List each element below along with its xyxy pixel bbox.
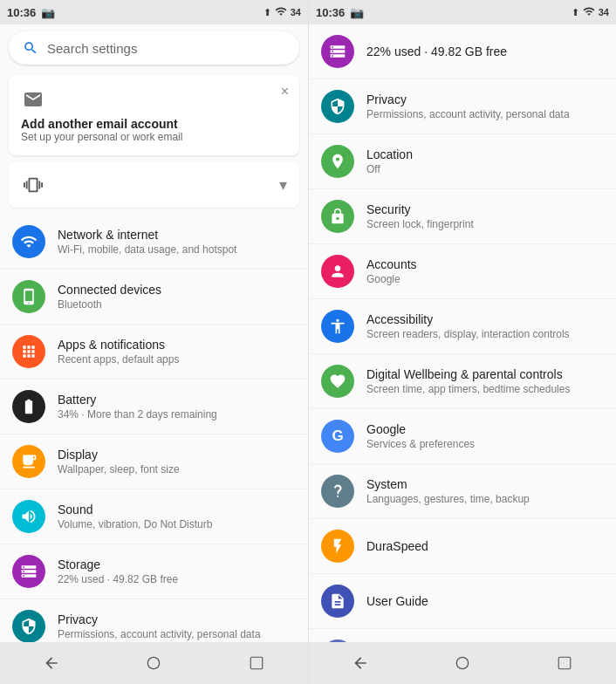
- display-sub: Wallpaper, sleep, font size: [58, 463, 180, 477]
- right-back-button[interactable]: [343, 646, 378, 681]
- apps-title: Apps & notifications: [58, 337, 179, 352]
- right-settings-list: 22% used · 49.82 GB free Privacy Permiss…: [309, 24, 616, 642]
- connected-sub: Bluetooth: [58, 298, 161, 312]
- right-accessibility-title: Accessibility: [366, 311, 570, 327]
- left-home-button[interactable]: [136, 646, 171, 681]
- gmail-icon: [21, 87, 45, 112]
- email-card-close-button[interactable]: ×: [281, 84, 289, 99]
- right-setting-userguide[interactable]: User Guide: [309, 574, 616, 629]
- right-status-bar: 10:36 📷 ⬆ 34: [309, 0, 616, 24]
- right-system-title: System: [366, 476, 530, 492]
- left-bottom-nav: [0, 642, 308, 684]
- setting-item-privacy[interactable]: Privacy Permissions, account activity, p…: [0, 599, 308, 642]
- left-back-button[interactable]: [34, 646, 69, 681]
- sound-icon-circle: [12, 500, 45, 533]
- display-title: Display: [58, 447, 180, 462]
- left-recents-button[interactable]: [239, 646, 274, 681]
- privacy-title: Privacy: [58, 612, 261, 627]
- right-wellbeing-texts: Digital Wellbeing & parental controls Sc…: [366, 366, 570, 397]
- apps-texts: Apps & notifications Recent apps, defaul…: [58, 337, 179, 367]
- left-status-camera-icon: 📷: [41, 6, 55, 19]
- setting-item-storage[interactable]: Storage 22% used · 49.82 GB free: [0, 544, 308, 599]
- setting-item-network[interactable]: Network & internet Wi-Fi, mobile, data u…: [0, 215, 308, 270]
- right-location-texts: Location Off: [366, 147, 413, 177]
- right-accounts-title: Accounts: [366, 256, 417, 272]
- right-setting-wellbeing[interactable]: Digital Wellbeing & parental controls Sc…: [309, 354, 616, 409]
- right-accessibility-texts: Accessibility Screen readers, display, i…: [366, 311, 570, 342]
- connected-title: Connected devices: [58, 282, 161, 298]
- sound-sub: Volume, vibration, Do Not Disturb: [58, 518, 212, 532]
- email-card-subtitle: Set up your personal or work email: [21, 131, 287, 143]
- storage-texts: Storage 22% used · 49.82 GB free: [58, 557, 178, 587]
- right-home-button[interactable]: [445, 646, 480, 681]
- right-setting-storage-top[interactable]: 22% used · 49.82 GB free: [309, 24, 616, 79]
- left-time: 10:36: [7, 6, 36, 19]
- display-texts: Display Wallpaper, sleep, font size: [58, 447, 180, 477]
- search-bar-container: Search settings: [0, 24, 308, 72]
- right-google-title: Google: [366, 421, 475, 437]
- right-status-icons: ⬆ 34: [572, 5, 609, 19]
- right-setting-system[interactable]: System Languages, gestures, time, backup: [309, 464, 616, 519]
- storage-sub: 22% used · 49.82 GB free: [58, 573, 178, 587]
- right-battery-icon: 34: [599, 7, 609, 17]
- right-setting-google[interactable]: G Google Services & preferences: [309, 409, 616, 464]
- right-accounts-texts: Accounts Google: [366, 256, 417, 287]
- right-location-title: Location: [366, 147, 413, 162]
- left-status-bar: 10:36 📷 ⬆ 34: [0, 0, 308, 24]
- right-setting-security[interactable]: Security Screen lock, fingerprint: [309, 189, 616, 244]
- right-location-sub: Off: [366, 163, 413, 177]
- right-setting-aboutphone[interactable]: About phone IN1b: [309, 629, 616, 642]
- right-setting-accessibility[interactable]: Accessibility Screen readers, display, i…: [309, 299, 616, 354]
- svg-rect-1: [250, 657, 263, 669]
- setting-item-connected[interactable]: Connected devices Bluetooth: [0, 270, 308, 325]
- right-security-sub: Screen lock, fingerprint: [366, 218, 474, 232]
- setting-item-sound[interactable]: Sound Volume, vibration, Do Not Disturb: [0, 489, 308, 544]
- right-wellbeing-sub: Screen time, app timers, bedtime schedul…: [366, 383, 570, 397]
- search-bar[interactable]: Search settings: [9, 31, 299, 65]
- right-security-icon: [321, 200, 354, 233]
- setting-item-display[interactable]: Display Wallpaper, sleep, font size: [0, 434, 308, 489]
- search-icon: [23, 40, 38, 56]
- connected-texts: Connected devices Bluetooth: [58, 282, 161, 312]
- network-title: Network & internet: [58, 227, 236, 243]
- network-icon-circle: [12, 225, 45, 258]
- left-arrow-up-icon: ⬆: [264, 7, 271, 18]
- right-wifi-icon: [583, 5, 595, 19]
- right-google-sub: Services & preferences: [366, 438, 475, 452]
- right-google-texts: Google Services & preferences: [366, 421, 475, 452]
- right-security-title: Security: [366, 202, 474, 217]
- connected-icon-circle: [12, 280, 45, 313]
- right-setting-duraspeed[interactable]: DuraSpeed: [309, 519, 616, 574]
- email-card[interactable]: × Add another email account Set up your …: [9, 75, 299, 155]
- right-status-camera-icon: 📷: [350, 6, 364, 19]
- svg-point-2: [456, 657, 468, 668]
- right-userguide-icon: [321, 585, 354, 618]
- vibrate-card[interactable]: ▾: [9, 162, 299, 208]
- email-card-header: [21, 87, 287, 112]
- right-google-icon: G: [321, 420, 354, 453]
- setting-item-battery[interactable]: Battery 34% · More than 2 days remaining: [0, 380, 308, 434]
- left-panel: 10:36 📷 ⬆ 34 Search settings ×: [0, 0, 308, 684]
- right-wellbeing-icon: [321, 365, 354, 398]
- right-setting-accounts[interactable]: Accounts Google: [309, 244, 616, 299]
- storage-title: Storage: [58, 557, 178, 572]
- battery-sub: 34% · More than 2 days remaining: [58, 408, 217, 422]
- setting-item-apps[interactable]: Apps & notifications Recent apps, defaul…: [0, 325, 308, 380]
- right-setting-location[interactable]: Location Off: [309, 134, 616, 189]
- right-accessibility-icon: [321, 310, 354, 343]
- battery-texts: Battery 34% · More than 2 days remaining: [58, 392, 217, 422]
- right-system-sub: Languages, gestures, time, backup: [366, 493, 530, 507]
- right-privacy-icon: [321, 90, 354, 123]
- privacy-texts: Privacy Permissions, account activity, p…: [58, 612, 261, 642]
- sound-texts: Sound Volume, vibration, Do Not Disturb: [58, 502, 212, 532]
- left-status-icons: ⬆ 34: [264, 5, 301, 19]
- right-panel: 10:36 📷 ⬆ 34 22% used · 49.82 GB free: [308, 0, 616, 684]
- vibrate-icon: [21, 173, 45, 197]
- privacy-sub: Permissions, account activity, personal …: [58, 628, 261, 642]
- network-texts: Network & internet Wi-Fi, mobile, data u…: [58, 227, 236, 257]
- right-setting-privacy[interactable]: Privacy Permissions, account activity, p…: [309, 79, 616, 134]
- right-recents-button[interactable]: [547, 646, 582, 681]
- svg-point-0: [148, 657, 160, 668]
- apps-icon-circle: [12, 335, 45, 368]
- right-security-texts: Security Screen lock, fingerprint: [366, 202, 474, 232]
